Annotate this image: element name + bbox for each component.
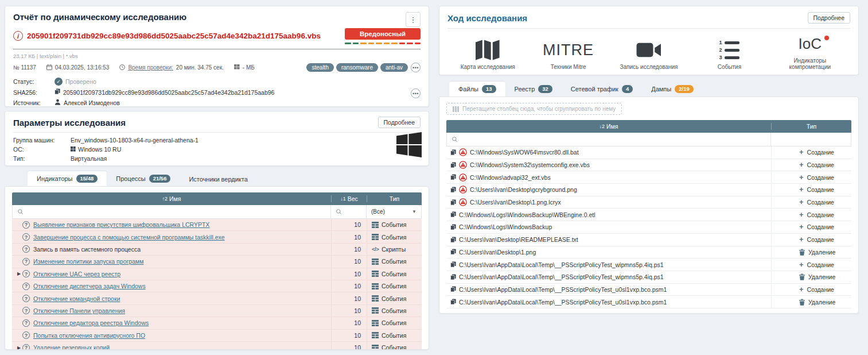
indicator-row[interactable]: ?Отключение редактора реестра Windows10С… <box>12 317 422 329</box>
question-icon[interactable]: ? <box>22 245 30 253</box>
plus-icon: + <box>799 162 804 168</box>
file-row[interactable]: C:\Users\Ivan\Desktop\gcrybground.png+Со… <box>446 184 851 196</box>
sha-more-button[interactable]: ••• <box>411 88 421 98</box>
tab-Источники вердикта[interactable]: Источники вердикта <box>180 172 256 186</box>
question-icon[interactable]: ? <box>22 331 30 339</box>
copy-icon[interactable] <box>450 249 456 255</box>
copy-icon[interactable] <box>450 174 456 180</box>
parameters-more-button[interactable]: Подробнее <box>378 117 421 128</box>
copy-icon[interactable] <box>450 162 456 168</box>
file-row[interactable]: C:\Users\Ivan\Desktop\1.pngУдаление <box>446 246 851 259</box>
file-row[interactable]: C:\Windows\Logs\WindowsBackup+Создание <box>446 221 851 234</box>
more-tags-button[interactable]: ••• <box>411 63 421 72</box>
indicator-name-link[interactable]: Изменение политики запуска программ <box>33 258 143 265</box>
tab-Процессы[interactable]: Процессы21/56 <box>107 171 180 186</box>
indicator-name-link[interactable]: Попытка отключения антивирусного ПО <box>33 332 145 339</box>
sort-icon: ↓1 <box>340 196 346 202</box>
parameter-label: Тип: <box>13 155 71 162</box>
files-type-filter[interactable] <box>770 133 851 146</box>
copy-icon[interactable] <box>450 261 456 268</box>
expand-chevron-icon[interactable]: ▶ <box>15 271 22 276</box>
indicator-row[interactable]: ?Отключение командной строки10События <box>12 292 422 304</box>
progress-item-list123[interactable]: 123События <box>689 32 769 70</box>
indicators-type-header[interactable]: Тип <box>367 195 422 202</box>
indicator-row[interactable]: ▶?Отключение UAC через реестр10События <box>12 268 422 280</box>
progress-item-map[interactable]: Карта исследования <box>447 32 528 70</box>
copy-icon[interactable] <box>450 211 456 218</box>
tab-Сетевой трафик[interactable]: Сетевой трафик4 <box>562 82 642 97</box>
indicator-row[interactable]: ?Завершение процесса с помощью системной… <box>12 231 422 243</box>
indicator-row[interactable]: ?Отключение диспетчера задач Windows10Со… <box>12 280 422 292</box>
copy-icon[interactable] <box>450 224 456 230</box>
indicators-type-filter[interactable]: (Все)▼ <box>366 205 421 218</box>
indicator-name-link[interactable]: Отключение Панели управления <box>33 307 125 314</box>
file-row[interactable]: C:\Windows\Logs\WindowsBackup\WBEngine.0… <box>446 209 851 221</box>
indicator-name-link[interactable]: Отключение редактора реестра Windows <box>33 319 149 326</box>
events-icon <box>372 320 379 326</box>
sample-file-link[interactable]: 205901f209731db929cc89e93d986dd5025aabc2… <box>27 32 321 40</box>
files-name-header[interactable]: ↓2 Имя <box>446 123 771 130</box>
file-row[interactable]: C:\Users\Ivan\AppData\Local\Temp\__PSScr… <box>446 284 851 296</box>
indicators-name-header[interactable]: ↑2 Имя <box>12 195 331 202</box>
copy-icon[interactable] <box>450 187 456 193</box>
file-row[interactable]: C:\Users\Ivan\AppData\Local\Temp\__PSScr… <box>446 271 851 284</box>
indicator-name-link[interactable]: Отключение UAC через реестр <box>33 271 120 277</box>
tab-Реестр[interactable]: Реестр32 <box>505 82 562 97</box>
question-icon[interactable]: ? <box>22 307 30 314</box>
expand-chevron-icon[interactable]: ▶ <box>15 345 22 350</box>
files-name-filter[interactable] <box>447 133 770 146</box>
tag-badge[interactable]: ransomware <box>336 63 378 72</box>
progress-more-button[interactable]: Подробнее <box>808 12 850 24</box>
copy-icon[interactable] <box>450 299 456 305</box>
file-row[interactable]: C:\Users\Ivan\AppData\Local\Temp\__PSScr… <box>446 258 851 271</box>
file-row[interactable]: C:\Windows\System32\systemconfig.exe.vbs… <box>446 159 851 172</box>
copy-icon[interactable] <box>450 149 456 156</box>
file-row[interactable]: C:\Windows\SysWOW64\msvcr80.dll.bat+Созд… <box>446 146 851 159</box>
file-row[interactable]: C:\Users\Ivan\Desktop\1.png.lcryx+Создан… <box>446 196 851 209</box>
question-icon[interactable]: ? <box>22 233 30 241</box>
indicator-row[interactable]: ?Выявление признаков присутствия шифрова… <box>12 219 422 231</box>
indicator-row[interactable]: ?Попытка отключения антивирусного ПО10Со… <box>12 330 422 342</box>
copy-icon[interactable] <box>450 274 456 280</box>
indicator-row[interactable]: ?Отключение Панели управления10События <box>12 305 422 317</box>
tab-label: Индикаторы <box>37 175 73 182</box>
progress-item-video[interactable]: Запись исследования <box>609 32 689 70</box>
indicator-name-link[interactable]: Отключение командной строки <box>33 295 120 302</box>
indicator-name-link[interactable]: Завершение процесса с помощью системной … <box>33 234 225 241</box>
copy-icon[interactable] <box>450 286 456 292</box>
question-icon[interactable]: ? <box>22 283 30 290</box>
indicator-row[interactable]: ?Запись в память системного процесса10</… <box>12 244 422 256</box>
files-type-header[interactable]: Тип <box>771 123 851 130</box>
tab-Файлы[interactable]: Файлы13 <box>449 82 505 97</box>
status-label: Статус: <box>13 78 55 85</box>
indicator-name-link[interactable]: Удаление резервных копий <box>33 344 110 350</box>
file-row[interactable]: C:\Windows\advapi32_ext.vbs+Создание <box>446 171 851 184</box>
tab-Индикаторы[interactable]: Индикаторы15/48 <box>28 171 107 186</box>
question-icon[interactable]: ? <box>22 344 30 350</box>
indicators-weight-filter[interactable] <box>330 205 366 218</box>
question-icon[interactable]: ? <box>22 258 30 265</box>
indicators-name-filter[interactable] <box>13 205 330 218</box>
indicator-row[interactable]: ?Изменение политики запуска программ10Со… <box>12 256 422 268</box>
progress-item-ioc[interactable]: IoCИндикаторыкомпрометации <box>770 32 850 70</box>
question-icon[interactable]: ? <box>22 295 30 302</box>
question-icon[interactable]: ? <box>22 319 30 327</box>
file-row[interactable]: C:\Users\Ivan\Desktop\READMEPLEASE.txt+С… <box>446 234 851 246</box>
copy-icon[interactable] <box>55 88 60 96</box>
progress-item-mitre[interactable]: MITREТехники Mitre <box>528 32 608 70</box>
check-time-label[interactable]: Время проверки: <box>128 64 173 71</box>
question-icon[interactable]: ? <box>22 221 30 229</box>
tag-badge[interactable]: anti-av <box>380 63 408 72</box>
indicator-row[interactable]: ▶?Удаление резервных копий10События <box>12 342 422 350</box>
question-icon[interactable]: ? <box>22 270 30 277</box>
file-row[interactable]: C:\Users\Ivan\AppData\Local\Temp\__PSScr… <box>446 296 851 308</box>
group-by-dropzone[interactable]: Перетащите столбец сюда, чтобы сгруппиро… <box>446 103 622 115</box>
tab-Дампы[interactable]: Дампы2/19 <box>642 82 703 97</box>
indicators-weight-header[interactable]: ↓1 Вес <box>331 195 367 202</box>
indicator-name-link[interactable]: Выявление признаков присутствия шифровал… <box>33 221 209 228</box>
kebab-menu-button[interactable]: ⋮ <box>406 12 421 27</box>
copy-icon[interactable] <box>450 199 456 206</box>
tag-badge[interactable]: stealth <box>306 63 333 72</box>
copy-icon[interactable] <box>450 237 456 243</box>
indicator-name-link[interactable]: Отключение диспетчера задач Windows <box>33 283 146 290</box>
